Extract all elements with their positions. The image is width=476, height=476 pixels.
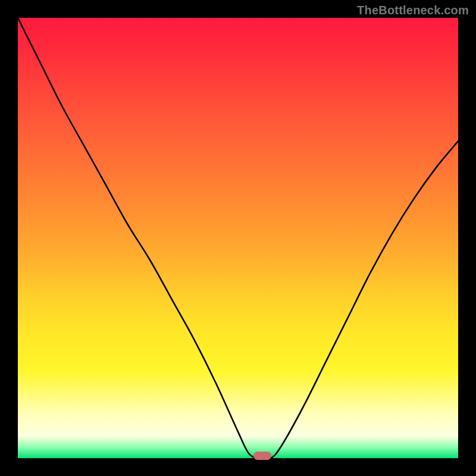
minimum-marker <box>253 452 271 460</box>
chart-frame: TheBottleneck.com <box>0 0 476 476</box>
curve-svg <box>18 18 458 458</box>
plot-area <box>18 18 458 458</box>
watermark-text: TheBottleneck.com <box>357 4 469 17</box>
bottleneck-curve <box>18 18 458 458</box>
